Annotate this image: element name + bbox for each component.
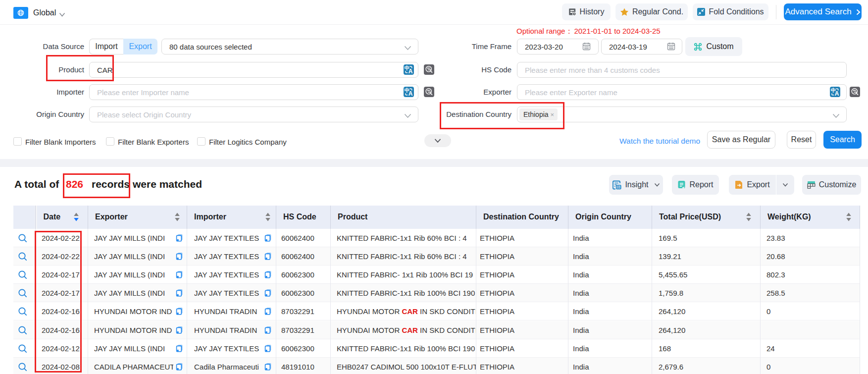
- svg-text:BI: BI: [617, 185, 620, 189]
- svg-text:A: A: [835, 90, 839, 97]
